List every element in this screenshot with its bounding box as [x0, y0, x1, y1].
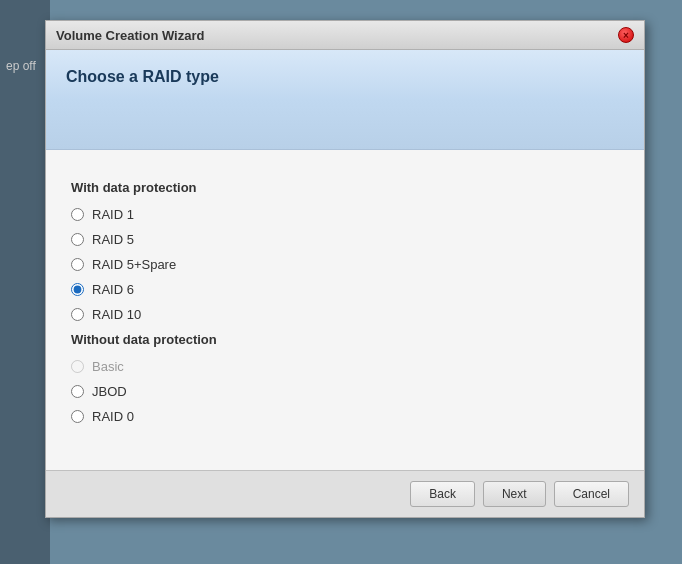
radio-basic[interactable]: [71, 360, 84, 373]
label-jbod: JBOD: [92, 384, 127, 399]
header-area: Choose a RAID type: [46, 50, 644, 150]
close-icon: ×: [623, 30, 629, 41]
cancel-button[interactable]: Cancel: [554, 481, 629, 507]
back-button[interactable]: Back: [410, 481, 475, 507]
dialog: Volume Creation Wizard × Choose a RAID t…: [45, 20, 645, 518]
label-raid5spare: RAID 5+Spare: [92, 257, 176, 272]
section-label-with-protection: With data protection: [71, 180, 619, 195]
radio-raid1[interactable]: [71, 208, 84, 221]
side-panel: ep off: [0, 0, 50, 564]
option-raid6[interactable]: RAID 6: [71, 282, 619, 297]
wizard-step-title: Choose a RAID type: [66, 68, 624, 86]
option-raid5spare[interactable]: RAID 5+Spare: [71, 257, 619, 272]
option-raid5[interactable]: RAID 5: [71, 232, 619, 247]
option-basic[interactable]: Basic: [71, 359, 619, 374]
content-area: With data protection RAID 1 RAID 5 RAID …: [46, 150, 644, 470]
label-raid5: RAID 5: [92, 232, 134, 247]
section-label-without-protection: Without data protection: [71, 332, 619, 347]
radio-raid10[interactable]: [71, 308, 84, 321]
next-button[interactable]: Next: [483, 481, 546, 507]
label-raid1: RAID 1: [92, 207, 134, 222]
radio-raid5[interactable]: [71, 233, 84, 246]
label-raid6: RAID 6: [92, 282, 134, 297]
option-raid0[interactable]: RAID 0: [71, 409, 619, 424]
side-label: ep off: [0, 55, 42, 77]
radio-jbod[interactable]: [71, 385, 84, 398]
option-raid1[interactable]: RAID 1: [71, 207, 619, 222]
dialog-title: Volume Creation Wizard: [56, 28, 204, 43]
option-jbod[interactable]: JBOD: [71, 384, 619, 399]
label-raid0: RAID 0: [92, 409, 134, 424]
footer: Back Next Cancel: [46, 470, 644, 517]
radio-raid6[interactable]: [71, 283, 84, 296]
close-button[interactable]: ×: [618, 27, 634, 43]
label-raid10: RAID 10: [92, 307, 141, 322]
radio-raid0[interactable]: [71, 410, 84, 423]
label-basic: Basic: [92, 359, 124, 374]
option-raid10[interactable]: RAID 10: [71, 307, 619, 322]
title-bar: Volume Creation Wizard ×: [46, 21, 644, 50]
radio-raid5spare[interactable]: [71, 258, 84, 271]
